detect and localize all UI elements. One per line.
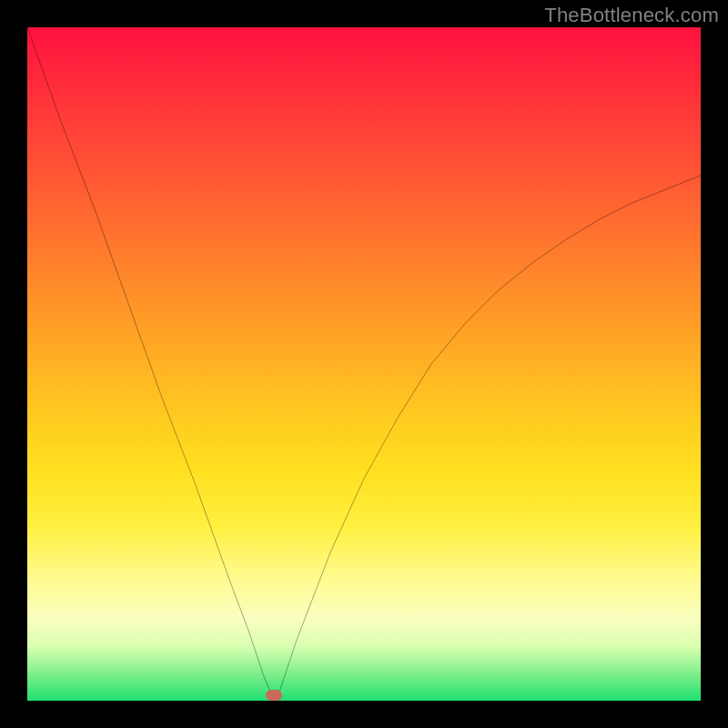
plot-area: [27, 27, 701, 701]
chart-frame: TheBottleneck.com: [0, 0, 728, 728]
bottleneck-curve: [27, 27, 701, 701]
watermark-text: TheBottleneck.com: [544, 4, 719, 27]
optimal-marker: [266, 690, 282, 701]
